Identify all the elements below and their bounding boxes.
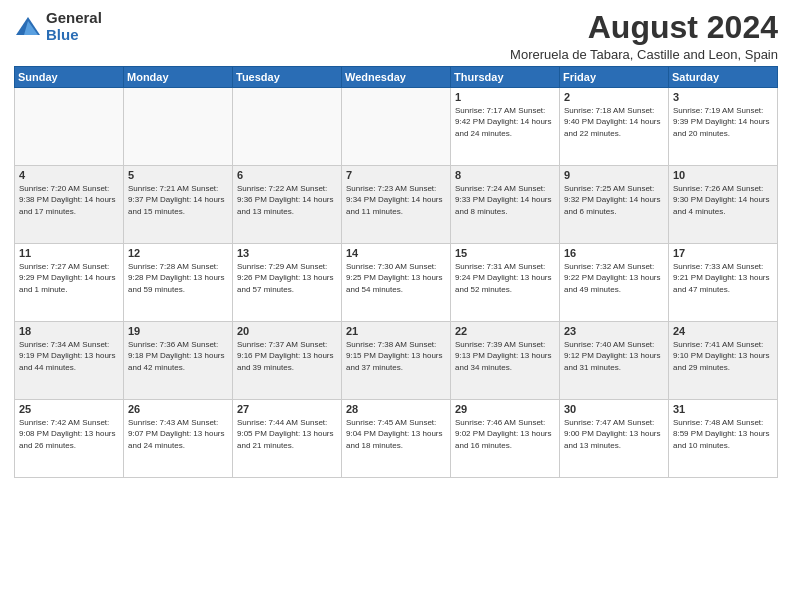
calendar-cell: 4Sunrise: 7:20 AM Sunset: 9:38 PM Daylig… <box>15 166 124 244</box>
week-row-3: 11Sunrise: 7:27 AM Sunset: 9:29 PM Dayli… <box>15 244 778 322</box>
calendar-cell: 28Sunrise: 7:45 AM Sunset: 9:04 PM Dayli… <box>342 400 451 478</box>
week-row-1: 1Sunrise: 7:17 AM Sunset: 9:42 PM Daylig… <box>15 88 778 166</box>
day-number: 21 <box>346 325 446 337</box>
calendar-cell <box>15 88 124 166</box>
calendar-cell: 1Sunrise: 7:17 AM Sunset: 9:42 PM Daylig… <box>451 88 560 166</box>
week-row-5: 25Sunrise: 7:42 AM Sunset: 9:08 PM Dayli… <box>15 400 778 478</box>
day-number: 22 <box>455 325 555 337</box>
day-info: Sunrise: 7:38 AM Sunset: 9:15 PM Dayligh… <box>346 339 446 373</box>
day-info: Sunrise: 7:39 AM Sunset: 9:13 PM Dayligh… <box>455 339 555 373</box>
col-friday: Friday <box>560 67 669 88</box>
day-info: Sunrise: 7:34 AM Sunset: 9:19 PM Dayligh… <box>19 339 119 373</box>
day-number: 3 <box>673 91 773 103</box>
page: General Blue August 2024 Moreruela de Ta… <box>0 0 792 612</box>
day-info: Sunrise: 7:46 AM Sunset: 9:02 PM Dayligh… <box>455 417 555 451</box>
day-number: 1 <box>455 91 555 103</box>
day-number: 31 <box>673 403 773 415</box>
col-sunday: Sunday <box>15 67 124 88</box>
day-number: 17 <box>673 247 773 259</box>
subtitle: Moreruela de Tabara, Castille and Leon, … <box>510 47 778 62</box>
day-info: Sunrise: 7:25 AM Sunset: 9:32 PM Dayligh… <box>564 183 664 217</box>
calendar-cell: 17Sunrise: 7:33 AM Sunset: 9:21 PM Dayli… <box>669 244 778 322</box>
day-number: 10 <box>673 169 773 181</box>
day-info: Sunrise: 7:37 AM Sunset: 9:16 PM Dayligh… <box>237 339 337 373</box>
day-info: Sunrise: 7:36 AM Sunset: 9:18 PM Dayligh… <box>128 339 228 373</box>
day-info: Sunrise: 7:31 AM Sunset: 9:24 PM Dayligh… <box>455 261 555 295</box>
day-info: Sunrise: 7:41 AM Sunset: 9:10 PM Dayligh… <box>673 339 773 373</box>
day-number: 29 <box>455 403 555 415</box>
week-row-2: 4Sunrise: 7:20 AM Sunset: 9:38 PM Daylig… <box>15 166 778 244</box>
calendar-cell: 10Sunrise: 7:26 AM Sunset: 9:30 PM Dayli… <box>669 166 778 244</box>
day-number: 5 <box>128 169 228 181</box>
calendar-cell: 23Sunrise: 7:40 AM Sunset: 9:12 PM Dayli… <box>560 322 669 400</box>
calendar-cell: 18Sunrise: 7:34 AM Sunset: 9:19 PM Dayli… <box>15 322 124 400</box>
day-number: 18 <box>19 325 119 337</box>
day-info: Sunrise: 7:22 AM Sunset: 9:36 PM Dayligh… <box>237 183 337 217</box>
calendar-cell: 16Sunrise: 7:32 AM Sunset: 9:22 PM Dayli… <box>560 244 669 322</box>
calendar-cell: 30Sunrise: 7:47 AM Sunset: 9:00 PM Dayli… <box>560 400 669 478</box>
day-number: 6 <box>237 169 337 181</box>
col-wednesday: Wednesday <box>342 67 451 88</box>
calendar-cell: 25Sunrise: 7:42 AM Sunset: 9:08 PM Dayli… <box>15 400 124 478</box>
calendar-cell: 20Sunrise: 7:37 AM Sunset: 9:16 PM Dayli… <box>233 322 342 400</box>
day-info: Sunrise: 7:28 AM Sunset: 9:28 PM Dayligh… <box>128 261 228 295</box>
day-info: Sunrise: 7:44 AM Sunset: 9:05 PM Dayligh… <box>237 417 337 451</box>
day-info: Sunrise: 7:42 AM Sunset: 9:08 PM Dayligh… <box>19 417 119 451</box>
day-info: Sunrise: 7:33 AM Sunset: 9:21 PM Dayligh… <box>673 261 773 295</box>
calendar-cell <box>124 88 233 166</box>
calendar-cell: 22Sunrise: 7:39 AM Sunset: 9:13 PM Dayli… <box>451 322 560 400</box>
logo-general-text: General <box>46 10 102 27</box>
day-info: Sunrise: 7:17 AM Sunset: 9:42 PM Dayligh… <box>455 105 555 139</box>
col-tuesday: Tuesday <box>233 67 342 88</box>
day-number: 19 <box>128 325 228 337</box>
day-number: 23 <box>564 325 664 337</box>
day-number: 16 <box>564 247 664 259</box>
day-info: Sunrise: 7:40 AM Sunset: 9:12 PM Dayligh… <box>564 339 664 373</box>
day-number: 25 <box>19 403 119 415</box>
day-number: 4 <box>19 169 119 181</box>
day-info: Sunrise: 7:43 AM Sunset: 9:07 PM Dayligh… <box>128 417 228 451</box>
calendar-cell: 29Sunrise: 7:46 AM Sunset: 9:02 PM Dayli… <box>451 400 560 478</box>
logo-text: General Blue <box>46 10 102 43</box>
calendar-cell: 11Sunrise: 7:27 AM Sunset: 9:29 PM Dayli… <box>15 244 124 322</box>
day-number: 14 <box>346 247 446 259</box>
calendar-cell <box>233 88 342 166</box>
calendar-cell: 31Sunrise: 7:48 AM Sunset: 8:59 PM Dayli… <box>669 400 778 478</box>
calendar-cell: 8Sunrise: 7:24 AM Sunset: 9:33 PM Daylig… <box>451 166 560 244</box>
day-number: 15 <box>455 247 555 259</box>
header: General Blue August 2024 Moreruela de Ta… <box>14 10 778 62</box>
calendar-header-row: Sunday Monday Tuesday Wednesday Thursday… <box>15 67 778 88</box>
logo-blue-text: Blue <box>46 27 102 44</box>
calendar-cell: 27Sunrise: 7:44 AM Sunset: 9:05 PM Dayli… <box>233 400 342 478</box>
calendar-cell: 3Sunrise: 7:19 AM Sunset: 9:39 PM Daylig… <box>669 88 778 166</box>
day-number: 20 <box>237 325 337 337</box>
calendar-cell: 19Sunrise: 7:36 AM Sunset: 9:18 PM Dayli… <box>124 322 233 400</box>
day-number: 11 <box>19 247 119 259</box>
day-info: Sunrise: 7:24 AM Sunset: 9:33 PM Dayligh… <box>455 183 555 217</box>
calendar-cell: 9Sunrise: 7:25 AM Sunset: 9:32 PM Daylig… <box>560 166 669 244</box>
col-saturday: Saturday <box>669 67 778 88</box>
calendar-cell: 2Sunrise: 7:18 AM Sunset: 9:40 PM Daylig… <box>560 88 669 166</box>
day-info: Sunrise: 7:19 AM Sunset: 9:39 PM Dayligh… <box>673 105 773 139</box>
col-thursday: Thursday <box>451 67 560 88</box>
calendar-cell: 14Sunrise: 7:30 AM Sunset: 9:25 PM Dayli… <box>342 244 451 322</box>
calendar-cell: 5Sunrise: 7:21 AM Sunset: 9:37 PM Daylig… <box>124 166 233 244</box>
day-info: Sunrise: 7:20 AM Sunset: 9:38 PM Dayligh… <box>19 183 119 217</box>
calendar-cell: 26Sunrise: 7:43 AM Sunset: 9:07 PM Dayli… <box>124 400 233 478</box>
day-number: 9 <box>564 169 664 181</box>
day-number: 28 <box>346 403 446 415</box>
day-number: 24 <box>673 325 773 337</box>
logo-icon <box>14 13 42 41</box>
day-info: Sunrise: 7:27 AM Sunset: 9:29 PM Dayligh… <box>19 261 119 295</box>
day-info: Sunrise: 7:18 AM Sunset: 9:40 PM Dayligh… <box>564 105 664 139</box>
day-info: Sunrise: 7:32 AM Sunset: 9:22 PM Dayligh… <box>564 261 664 295</box>
day-info: Sunrise: 7:45 AM Sunset: 9:04 PM Dayligh… <box>346 417 446 451</box>
day-number: 12 <box>128 247 228 259</box>
calendar-cell: 21Sunrise: 7:38 AM Sunset: 9:15 PM Dayli… <box>342 322 451 400</box>
day-number: 8 <box>455 169 555 181</box>
day-info: Sunrise: 7:48 AM Sunset: 8:59 PM Dayligh… <box>673 417 773 451</box>
day-number: 2 <box>564 91 664 103</box>
logo: General Blue <box>14 10 102 43</box>
calendar-cell: 12Sunrise: 7:28 AM Sunset: 9:28 PM Dayli… <box>124 244 233 322</box>
calendar-cell: 15Sunrise: 7:31 AM Sunset: 9:24 PM Dayli… <box>451 244 560 322</box>
